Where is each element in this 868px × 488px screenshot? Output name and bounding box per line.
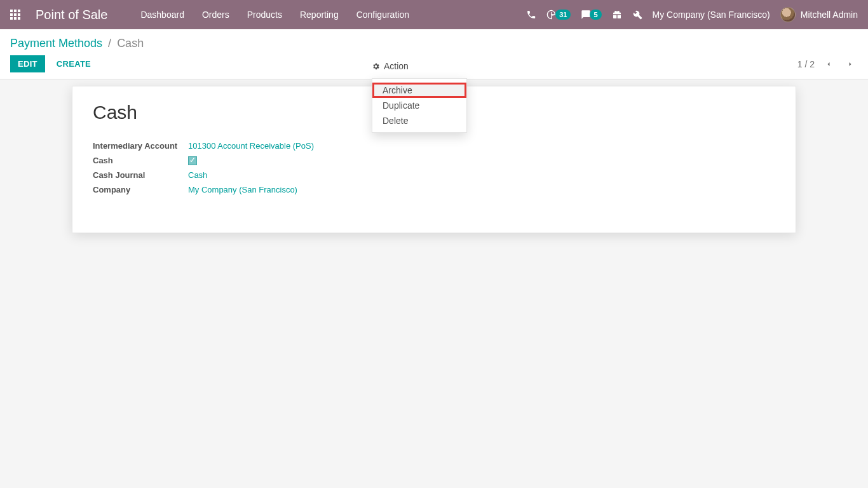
control-bar: Payment Methods / Cash EDIT CREATE 1 / 2… xyxy=(0,29,868,79)
messages-badge: 5 xyxy=(590,10,601,20)
activity-badge: 31 xyxy=(555,10,571,20)
activity-icon[interactable]: 31 xyxy=(546,10,571,20)
action-duplicate[interactable]: Duplicate xyxy=(372,98,466,113)
nav-orders[interactable]: Orders xyxy=(194,6,237,24)
top-navbar: Point of Sale Dashboard Orders Products … xyxy=(0,0,868,29)
tools-icon[interactable] xyxy=(632,10,642,20)
user-name: Mitchell Admin xyxy=(801,10,858,20)
checkbox-readonly xyxy=(188,156,197,165)
company-switcher[interactable]: My Company (San Francisco) xyxy=(653,10,770,20)
action-archive[interactable]: Archive xyxy=(372,83,466,98)
field-intermediary-account: Intermediary Account 101300 Account Rece… xyxy=(93,141,775,151)
svg-rect-6 xyxy=(10,17,13,20)
breadcrumb-parent[interactable]: Payment Methods xyxy=(10,37,102,50)
nav-reporting[interactable]: Reporting xyxy=(292,6,346,24)
field-value-link[interactable]: Cash xyxy=(188,170,207,180)
svg-rect-2 xyxy=(18,10,20,12)
breadcrumb: Payment Methods / Cash xyxy=(10,37,858,50)
svg-rect-1 xyxy=(14,10,17,12)
gear-icon xyxy=(372,62,380,71)
field-label: Cash xyxy=(93,156,188,165)
action-dropdown: Archive Duplicate Delete xyxy=(372,78,467,133)
breadcrumb-current: Cash xyxy=(117,37,144,50)
field-label: Company xyxy=(93,185,188,194)
avatar xyxy=(780,7,796,22)
svg-rect-3 xyxy=(10,13,13,16)
field-company: Company My Company (San Francisco) xyxy=(93,185,775,194)
svg-rect-5 xyxy=(18,13,20,16)
nav-configuration[interactable]: Configuration xyxy=(349,6,417,24)
field-label: Cash Journal xyxy=(93,170,188,180)
messages-icon[interactable]: 5 xyxy=(581,10,601,20)
field-cash-journal: Cash Journal Cash xyxy=(93,170,775,180)
action-toggle[interactable]: Action xyxy=(372,61,409,71)
action-menu: Action Archive Duplicate Delete xyxy=(372,61,409,71)
field-label: Intermediary Account xyxy=(93,141,188,151)
action-delete[interactable]: Delete xyxy=(372,113,466,128)
pager: 1 / 2 xyxy=(797,57,858,72)
nav-dashboard[interactable]: Dashboard xyxy=(133,6,192,24)
pager-prev[interactable] xyxy=(821,57,836,72)
breadcrumb-separator: / xyxy=(108,37,111,50)
apps-icon[interactable] xyxy=(10,10,20,20)
svg-rect-0 xyxy=(10,10,13,12)
phone-icon[interactable] xyxy=(526,10,536,20)
field-cash: Cash xyxy=(93,156,775,165)
svg-rect-7 xyxy=(14,17,17,20)
edit-button[interactable]: EDIT xyxy=(10,55,45,72)
pager-text: 1 / 2 xyxy=(797,59,815,69)
nav-links: Dashboard Orders Products Reporting Conf… xyxy=(133,6,417,24)
field-value-link[interactable]: My Company (San Francisco) xyxy=(188,185,297,194)
user-menu[interactable]: Mitchell Admin xyxy=(780,7,858,22)
action-label: Action xyxy=(384,61,409,71)
gift-icon[interactable] xyxy=(612,10,622,20)
pager-next[interactable] xyxy=(843,57,858,72)
svg-rect-4 xyxy=(14,13,17,16)
nav-right: 31 5 My Company (San Francisco) Mitchell… xyxy=(526,7,858,22)
app-brand[interactable]: Point of Sale xyxy=(36,8,107,22)
nav-products[interactable]: Products xyxy=(240,6,290,24)
field-value-link[interactable]: 101300 Account Receivable (PoS) xyxy=(188,141,314,151)
create-button[interactable]: CREATE xyxy=(49,55,98,72)
svg-rect-8 xyxy=(18,17,20,20)
